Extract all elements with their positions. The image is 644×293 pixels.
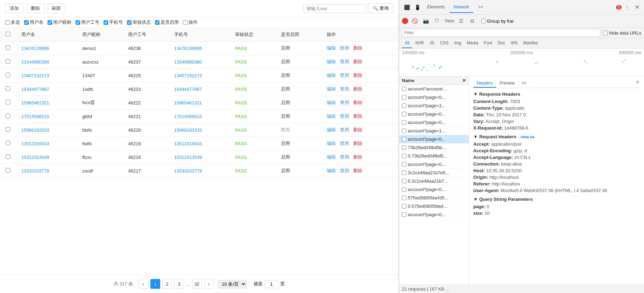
disable-button[interactable]: 禁用 — [340, 168, 349, 174]
type-img[interactable]: Img — [451, 38, 464, 48]
select-all-checkbox[interactable] — [6, 32, 10, 36]
page-2-button[interactable]: 2 — [162, 279, 172, 289]
disable-button[interactable]: 禁用 — [340, 154, 349, 160]
edit-button[interactable]: 编辑 — [327, 72, 336, 79]
detail-tab-more[interactable]: >> — [518, 79, 530, 88]
row-checkbox[interactable] — [6, 45, 10, 50]
edit-button[interactable]: 编辑 — [327, 100, 336, 106]
edit-button[interactable]: 编辑 — [327, 168, 336, 174]
hide-data-url-label[interactable]: Hide data URLs — [603, 30, 641, 36]
row-checkbox[interactable] — [6, 127, 10, 132]
row-checkbox[interactable] — [6, 168, 10, 173]
disable-button[interactable]: 禁用 — [340, 86, 349, 92]
search-button[interactable]: 🔍 查询 — [368, 3, 393, 13]
row-checkbox[interactable] — [6, 100, 10, 104]
list-item[interactable]: account?page=0... — [399, 110, 469, 118]
edit-button[interactable]: 编辑 — [327, 154, 336, 160]
view-list-btn[interactable]: ☰ — [456, 16, 466, 26]
disable-button[interactable]: 禁用 — [340, 45, 349, 51]
list-item[interactable]: account?page=0... — [399, 93, 469, 102]
row-checkbox[interactable] — [6, 154, 10, 159]
filter-network-btn[interactable]: ⛉ — [432, 16, 442, 26]
delete-button[interactable]: 删除 — [353, 86, 362, 92]
delete-button[interactable]: 删除 — [26, 3, 44, 13]
prev-page-button[interactable]: ‹ — [139, 279, 148, 289]
list-item[interactable]: account?page=1... — [399, 102, 469, 110]
edit-button[interactable]: 编辑 — [327, 86, 336, 92]
filter-enabled[interactable]: 是否启用 — [155, 19, 179, 25]
type-font[interactable]: Font — [481, 38, 495, 48]
search-input[interactable] — [303, 4, 366, 13]
disable-button[interactable]: 禁用 — [340, 100, 349, 106]
filter-nickname[interactable]: 用户昵称 — [48, 19, 71, 25]
next-page-button[interactable]: › — [204, 279, 214, 289]
delete-button[interactable]: 删除 — [353, 154, 362, 160]
list-item[interactable]: 575ed5805fda435... — [399, 194, 469, 202]
request-headers-arrow[interactable]: ▼ — [473, 134, 478, 139]
disable-button[interactable]: 禁用 — [340, 127, 349, 133]
filter-audit[interactable]: 审核状态 — [127, 19, 151, 25]
clear-network-btn[interactable]: 🚫 — [410, 16, 419, 26]
query-params-arrow[interactable]: ▼ — [473, 197, 478, 202]
row-checkbox[interactable] — [6, 113, 10, 118]
tab-elements[interactable]: Elements — [423, 2, 449, 13]
edit-button[interactable]: 编辑 — [327, 127, 336, 133]
edit-button[interactable]: 编辑 — [327, 45, 336, 51]
goto-input[interactable] — [264, 280, 278, 288]
tab-more-tabs[interactable]: >> — [474, 2, 487, 13]
disable-button[interactable]: 禁用 — [340, 140, 349, 147]
edit-button[interactable]: 编辑 — [327, 59, 336, 65]
network-filter-input[interactable] — [402, 29, 600, 37]
tab-network[interactable]: Network — [450, 2, 473, 13]
devtools-more-btn[interactable]: ⋮ — [622, 2, 632, 12]
detail-tab-headers[interactable]: Headers — [473, 79, 496, 88]
list-item[interactable]: 73b26ed04fbd5b... — [399, 144, 469, 152]
type-js[interactable]: JS — [427, 38, 437, 48]
list-item[interactable]: account?page=0... — [399, 160, 469, 169]
refresh-button[interactable]: 刷新 — [47, 3, 65, 13]
list-item[interactable]: 2c1ce48aa21b7e5... — [399, 169, 469, 177]
devtools-close-btn[interactable]: ✕ — [633, 3, 641, 12]
detail-tab-preview[interactable]: Preview — [496, 79, 518, 88]
delete-button[interactable]: 删除 — [353, 127, 362, 133]
row-checkbox[interactable] — [6, 59, 10, 64]
list-item[interactable]: account?page=0... — [399, 211, 469, 219]
list-item[interactable]: 0.2c1ce48aa21b7... — [399, 177, 469, 185]
list-item[interactable]: account?page=0... — [399, 118, 469, 127]
filter-username[interactable]: 用户名 — [24, 19, 43, 25]
group-by-label[interactable]: Group by frar — [481, 19, 514, 24]
list-item[interactable]: account?page=0... — [399, 185, 469, 194]
delete-button[interactable]: 删除 — [353, 140, 362, 147]
close-detail-btn[interactable]: ✕ — [636, 79, 640, 88]
type-doc[interactable]: Doc — [495, 38, 508, 48]
filter-action[interactable]: 操作 — [183, 19, 198, 25]
view-grid-btn[interactable]: ⊟ — [467, 16, 477, 26]
filter-multi[interactable]: 多选 — [5, 19, 20, 25]
delete-button[interactable]: 删除 — [353, 59, 362, 65]
edit-button[interactable]: 编辑 — [327, 113, 336, 119]
list-item[interactable]: 0.575ed5805fda4... — [399, 202, 469, 211]
row-checkbox[interactable] — [6, 86, 10, 91]
list-item[interactable]: account?page=1... — [399, 127, 469, 135]
row-checkbox[interactable] — [6, 141, 10, 145]
row-checkbox[interactable] — [6, 73, 10, 77]
inspect-icon-btn[interactable]: ⬛ — [402, 2, 412, 12]
device-icon-btn[interactable]: 📱 — [412, 2, 422, 12]
page-3-button[interactable]: 3 — [174, 279, 184, 289]
type-xhr[interactable]: XHR — [412, 38, 426, 48]
disable-button[interactable]: 禁用 — [340, 59, 349, 65]
camera-btn[interactable]: 📷 — [421, 16, 431, 26]
delete-button[interactable]: 删除 — [353, 45, 362, 51]
list-item-selected[interactable]: account?page=0... — [399, 135, 469, 144]
list-item[interactable]: account?account:... — [399, 85, 469, 93]
delete-button[interactable]: 删除 — [353, 100, 362, 106]
disable-button[interactable]: 禁用 — [340, 72, 349, 79]
response-headers-arrow[interactable]: ▼ — [473, 91, 478, 97]
add-button[interactable]: 添加 — [5, 3, 23, 13]
delete-button[interactable]: 删除 — [353, 72, 362, 79]
type-manifest[interactable]: Manifes — [521, 38, 541, 48]
page-size-select[interactable]: 10 条/页 20 条/页 50 条/页 — [218, 280, 247, 288]
page-1-button[interactable]: 1 — [150, 279, 160, 289]
record-button[interactable] — [402, 18, 408, 24]
page-32-button[interactable]: 32 — [192, 279, 202, 289]
